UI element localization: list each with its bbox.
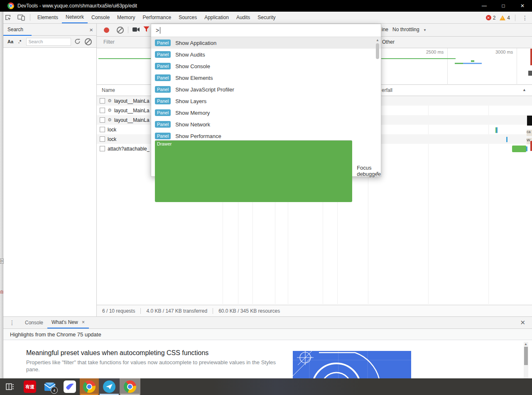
whats-new-illustration [293,351,411,379]
scrollbar-thumb[interactable] [376,43,379,59]
request-name: layout__MainLa [114,98,150,104]
row-checkbox[interactable] [100,108,105,113]
panel-badge: Panel [155,86,171,93]
command-item[interactable]: Drawer Focus debuggee [151,165,381,177]
drawer-close-icon[interactable]: ✕ [520,319,525,326]
drawer-tab-console[interactable]: Console [21,317,47,328]
tab-network[interactable]: Network [62,12,88,23]
summary-requests: 6 / 10 requests [97,308,140,314]
background-window-strip: 0 自 [0,12,3,378]
command-item[interactable]: Panel Show Elements [151,72,381,84]
command-menu: > Panel Show Application Panel Show Audi… [151,24,381,177]
search-input[interactable] [26,38,71,46]
column-header-name[interactable]: Name [102,87,115,93]
request-name: lock [108,127,116,133]
devtools-menu-icon[interactable]: ⋮ [522,15,528,21]
waterfall-bar[interactable] [506,137,507,142]
taskbar-telegram-icon[interactable] [99,378,120,395]
search-pane-tabbar: Search × [3,24,96,36]
tab-audits[interactable]: Audits [233,12,254,23]
sort-arrow-icon[interactable]: ▲ [522,88,526,92]
search-tab-underline [3,35,32,36]
search-pane-close-icon[interactable]: × [89,26,93,33]
command-item[interactable]: Panel Show Console [151,60,381,72]
overview-bar-green-2 [455,63,463,64]
tab-application[interactable]: Application [201,12,233,23]
window-title: DevTools - www.yuque.com/shmaur/txa5le/u… [17,3,137,9]
request-name: lock [108,136,116,142]
taskbar-chrome-active-icon[interactable] [80,378,99,395]
command-item[interactable]: Panel Show Network [151,118,381,130]
command-label: Show Console [175,63,210,69]
error-icon[interactable]: ✕ [486,15,491,20]
drawer-menu-icon[interactable]: ⋮ [9,319,15,326]
screen-edge-artifact [528,71,532,76]
command-item[interactable]: Panel Show Application [151,37,381,49]
maximize-button[interactable]: □ [494,0,513,12]
request-name: attach?attachable_ [108,146,150,152]
refresh-icon[interactable] [74,38,81,45]
waterfall-bar[interactable] [496,127,498,133]
panel-badge: Panel [155,109,171,116]
clear-network-icon[interactable] [117,27,124,34]
drawer-tabbar: ⋮ Console What's New × ✕ [3,317,532,329]
command-item[interactable]: Panel Show JavaScript Profiler [151,84,381,95]
regex-button[interactable]: .* [18,39,21,44]
match-case-button[interactable]: Aa [7,39,13,44]
drawer-tab-whats-new[interactable]: What's New × [47,317,89,328]
row-checkbox[interactable] [100,117,105,123]
tab-console[interactable]: Console [88,12,113,23]
taskbar-youdao-icon[interactable]: 有道 [20,378,40,395]
scroll-up-icon[interactable]: ▲ [524,342,527,346]
command-input[interactable]: > [151,24,381,37]
close-button[interactable]: ✕ [513,0,532,12]
filter-type-other[interactable]: Other [382,39,395,45]
drawer-tab-close-icon[interactable]: × [82,319,85,325]
command-item[interactable]: Panel Show Memory [151,107,381,118]
command-item[interactable]: Panel Show Layers [151,95,381,107]
warning-count: 4 [507,15,510,21]
inspect-element-icon[interactable] [2,13,13,22]
panel-badge: Panel [155,51,171,58]
tab-elements[interactable]: Elements [34,12,62,23]
row-checkbox[interactable] [100,146,105,151]
device-toolbar-icon[interactable] [16,13,27,22]
throttling-select[interactable]: No throttling ▼ [392,27,427,32]
row-checkbox[interactable] [100,98,105,104]
search-pane-toolbar: Aa .* [3,36,96,48]
mail-unread-badge: 4 [51,387,58,394]
scroll-down-icon[interactable]: ▼ [376,171,379,175]
command-item[interactable]: Panel Show Audits [151,49,381,60]
tab-performance[interactable]: Performance [139,12,175,23]
warning-icon[interactable]: ! [500,15,505,20]
waterfall-bar[interactable] [526,146,527,151]
screen: DevTools - www.yuque.com/shmaur/txa5le/u… [0,0,532,395]
window-titlebar: DevTools - www.yuque.com/shmaur/txa5le/u… [0,0,532,12]
clear-search-icon[interactable] [85,38,92,45]
row-checkbox[interactable] [100,136,105,142]
minimize-button[interactable]: — [475,0,494,12]
command-scrollbar[interactable]: ▲ ▼ [375,37,380,175]
tab-memory[interactable]: Memory [113,12,139,23]
taskbar-feishu-icon[interactable] [60,378,80,395]
waterfall-bar[interactable] [512,146,526,152]
taskbar-start-button[interactable] [0,378,20,395]
network-filter-input[interactable] [103,39,154,45]
taskbar-mail-icon[interactable]: 4 [40,378,60,395]
tab-security[interactable]: Security [254,12,279,23]
scrollbar-thumb[interactable] [524,347,528,365]
tab-sources[interactable]: Sources [175,12,201,23]
filter-funnel-icon[interactable] [143,26,150,34]
screenshot-camera-icon[interactable] [132,26,140,34]
badges-divider [515,15,515,21]
record-icon[interactable] [104,27,109,33]
command-label: Show JavaScript Profiler [175,86,234,93]
taskbar-chrome2-icon[interactable] [120,378,140,395]
edge-fragment: ca [527,130,532,136]
row-checkbox[interactable] [100,127,105,132]
scroll-up-icon[interactable]: ▲ [376,38,379,42]
whats-new-scrollbar[interactable]: ▲ [524,342,528,379]
column-header-waterfall[interactable]: erfall [382,87,392,93]
search-pane-title[interactable]: Search [7,27,23,32]
drawer-badge: Drawer [155,140,352,202]
